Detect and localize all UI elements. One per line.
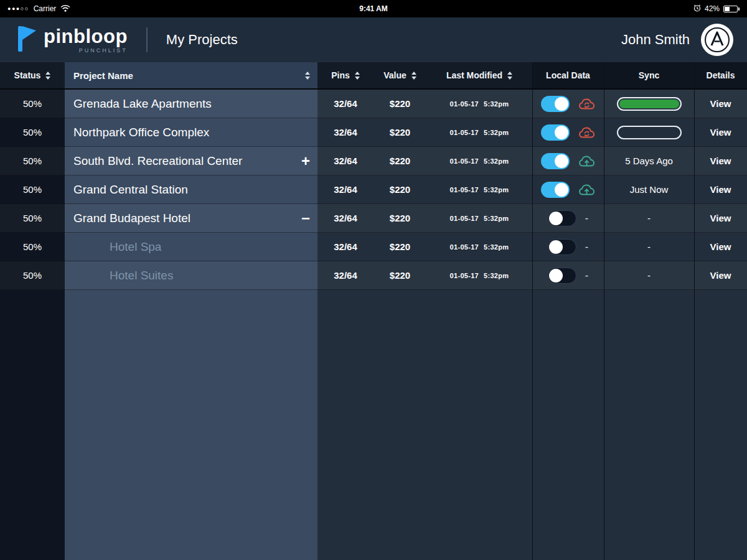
details-cell: View	[694, 90, 747, 118]
pins-value: 32/64	[334, 270, 357, 281]
modified-time: 5:32pm	[484, 129, 509, 136]
table-body: 50% Grenada Lake Apartments 32/64 $220 0…	[0, 90, 747, 290]
project-name: Northpark Office Complex	[73, 126, 209, 139]
value-amount: $220	[390, 241, 410, 252]
sync-status-text: -	[647, 213, 651, 223]
modified-time: 5:32pm	[484, 272, 509, 279]
local-data-toggle[interactable]	[541, 124, 570, 141]
status-cell: 50%	[0, 233, 65, 261]
local-data-toggle[interactable]	[541, 96, 570, 112]
page-title: My Projects	[166, 32, 238, 48]
value-cell: $220	[374, 90, 426, 118]
sort-icon[interactable]	[305, 72, 310, 80]
view-button[interactable]: View	[710, 241, 731, 252]
column-header-label: Local Data	[546, 70, 590, 80]
sync-progress-bar	[617, 126, 682, 139]
table-row: 50% Grand Budapest Hotel − 32/64 $220 01…	[0, 204, 747, 233]
status-value: 50%	[23, 270, 42, 281]
column-header-pins[interactable]: Pins	[317, 62, 374, 88]
view-button[interactable]: View	[710, 184, 731, 195]
column-header-local-data: Local Data	[532, 62, 604, 88]
details-cell: View	[694, 118, 747, 146]
local-data-cell: -	[532, 175, 604, 203]
column-header-status[interactable]: Status	[0, 62, 65, 88]
table-row: 50% Grenada Lake Apartments 32/64 $220 0…	[0, 90, 747, 118]
value-cell: $220	[374, 204, 426, 232]
pins-cell: 32/64	[317, 118, 374, 146]
sort-icon[interactable]	[507, 72, 512, 80]
pins-value: 32/64	[334, 241, 357, 252]
column-header-label: Details	[707, 70, 735, 80]
local-data-toggle[interactable]	[541, 153, 570, 169]
sort-icon[interactable]	[45, 72, 50, 80]
table-row: 50% Hotel Spa 32/64 $220 01-05-17 5:32pm	[0, 233, 747, 261]
clock-label: 9:41 AM	[359, 4, 388, 13]
value-amount: $220	[390, 127, 410, 138]
modified-date: 01-05-17	[450, 129, 479, 136]
column-header-sync: Sync	[604, 62, 694, 88]
table-row: 50% South Blvd. Recreational Center + 32…	[0, 147, 747, 175]
value-cell: $220	[374, 175, 426, 203]
modified-date: 01-05-17	[450, 186, 479, 194]
user-avatar[interactable]	[701, 24, 733, 56]
expand-collapse-icon[interactable]: −	[301, 211, 317, 226]
status-cell: 50%	[0, 90, 65, 118]
local-data-toggle[interactable]	[541, 182, 570, 198]
modified-time: 5:32pm	[484, 215, 509, 222]
cloud-sync-error-icon	[578, 126, 596, 139]
column-divider	[532, 62, 533, 560]
alarm-clock-icon	[693, 4, 701, 14]
sort-icon[interactable]	[355, 72, 360, 80]
local-data-cell: -	[532, 147, 604, 175]
logo-text-primary: pin	[44, 26, 73, 47]
sort-icon[interactable]	[411, 72, 416, 80]
status-cell: 50%	[0, 147, 65, 175]
pins-value: 32/64	[334, 213, 357, 223]
value-cell: $220	[374, 147, 426, 175]
carrier-label: Carrier	[34, 4, 57, 13]
local-data-dash: -	[585, 241, 588, 253]
project-name-cell[interactable]: South Blvd. Recreational Center +	[65, 147, 317, 175]
project-name-cell[interactable]: Hotel Spa	[65, 233, 317, 261]
value-cell: $220	[374, 233, 426, 261]
local-data-toggle[interactable]	[548, 268, 576, 284]
pins-value: 32/64	[334, 127, 357, 138]
local-data-toggle[interactable]	[548, 210, 576, 226]
project-name-cell[interactable]: Grand Central Station	[65, 175, 317, 203]
view-button[interactable]: View	[710, 270, 731, 281]
cloud-upload-icon	[578, 183, 596, 197]
project-name: South Blvd. Recreational Center	[73, 154, 242, 168]
column-header-last-modified[interactable]: Last Modified	[426, 62, 532, 88]
project-name: Hotel Suites	[73, 269, 173, 282]
sync-status-text: 5 Days Ago	[625, 156, 673, 166]
expand-collapse-icon[interactable]: +	[301, 154, 317, 169]
pinbloop-logo[interactable]: pinbloop PUNCHLIST	[14, 24, 128, 55]
view-button[interactable]: View	[710, 127, 731, 138]
pins-cell: 32/64	[317, 147, 374, 175]
column-header-value[interactable]: Value	[374, 62, 426, 88]
local-data-toggle[interactable]	[548, 239, 576, 255]
modified-time: 5:32pm	[484, 157, 509, 165]
sync-cell	[604, 118, 694, 146]
project-name-cell[interactable]: Grand Budapest Hotel −	[65, 204, 317, 232]
local-data-cell: -	[532, 118, 604, 146]
view-button[interactable]: View	[710, 98, 731, 109]
modified-time: 5:32pm	[484, 100, 509, 108]
value-amount: $220	[390, 98, 410, 109]
view-button[interactable]: View	[710, 213, 731, 223]
status-value: 50%	[23, 156, 42, 166]
value-amount: $220	[390, 184, 410, 195]
value-amount: $220	[390, 270, 410, 281]
pins-cell: 32/64	[317, 175, 374, 203]
view-button[interactable]: View	[710, 156, 731, 166]
column-divider	[604, 62, 604, 560]
project-name-cell[interactable]: Northpark Office Complex	[65, 118, 317, 146]
column-header-label: Value	[383, 70, 406, 80]
column-header-project-name[interactable]: Project Name	[65, 62, 317, 88]
sync-status-text: Just Now	[630, 184, 669, 195]
project-name-cell[interactable]: Grenada Lake Apartments	[65, 90, 317, 118]
wifi-icon	[60, 4, 70, 14]
column-header-label: Pins	[331, 70, 350, 80]
modified-time: 5:32pm	[484, 186, 509, 194]
project-name-cell[interactable]: Hotel Suites	[65, 261, 317, 289]
